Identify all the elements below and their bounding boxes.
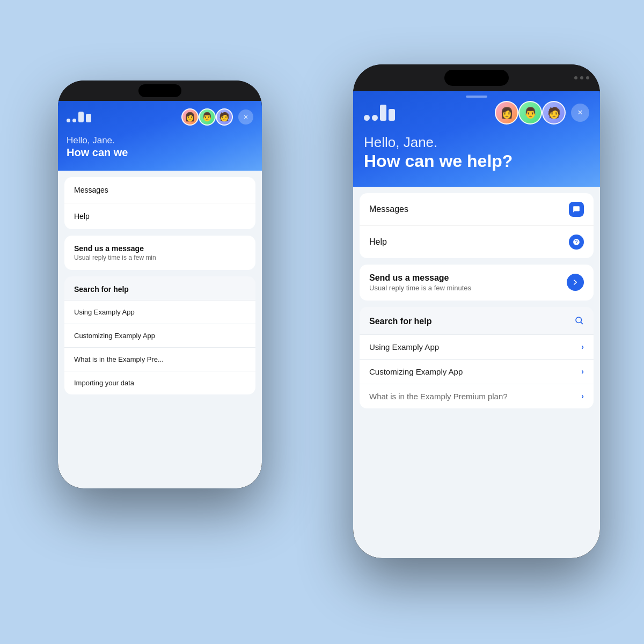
search-header-label-front: Search for help (369, 317, 431, 326)
avatar-1-back: 👩 (181, 108, 199, 126)
app-body-front: Messages Help (353, 187, 600, 558)
send-message-card-back[interactable]: Send us a message Usual reply time is a … (64, 236, 255, 270)
search-item-4-back[interactable]: Importing your data (64, 371, 255, 394)
search-icon (574, 316, 584, 328)
search-header-back: Search for help (64, 276, 255, 300)
logo-front (364, 105, 395, 121)
messages-item-front[interactable]: Messages (360, 193, 594, 226)
app-content-front: 👩 👨 🧑 × (353, 91, 600, 558)
close-button-back[interactable]: × (238, 109, 253, 125)
logo-bar-2 (86, 114, 91, 122)
logo-bar-f2 (389, 109, 395, 121)
app-body-back: Messages Help Send us a message Usual re… (58, 171, 262, 488)
header-top-back: 👩 👨 🧑 × (67, 108, 253, 126)
messages-item-back[interactable]: Messages (64, 177, 255, 203)
phone-back: 👩 👨 🧑 × H (58, 80, 262, 488)
notch-dot-1 (574, 76, 577, 79)
logo-bar-1 (78, 112, 84, 122)
phone-front-screen: 👩 👨 🧑 × (353, 64, 600, 558)
search-header-label-back: Search for help (74, 285, 129, 294)
avatar-stack-back: 👩 👨 🧑 (181, 108, 233, 126)
send-message-subtitle-back: Usual reply time is a few min (74, 254, 156, 261)
send-message-subtitle-front: Usual reply time is a few minutes (369, 284, 471, 292)
question-icon (573, 238, 580, 246)
app-header-back: 👩 👨 🧑 × H (58, 101, 262, 171)
search-item-1-front[interactable]: Using Examply App › (360, 334, 594, 359)
logo-dot-1 (67, 119, 70, 122)
avatar-3-front: 🧑 (542, 101, 566, 125)
greeting-light-front: Hello, Jane. (364, 134, 589, 151)
send-message-title-front: Send us a message (369, 273, 471, 283)
phone-back-screen: 👩 👨 🧑 × H (58, 80, 262, 488)
help-icon (569, 235, 584, 250)
arrow-right-icon (572, 279, 579, 286)
avatar-3-back: 🧑 (216, 108, 233, 126)
notch-dot-2 (580, 76, 583, 79)
greeting-bold-front: How can we help? (364, 151, 589, 171)
avatar-2-front: 👨 (518, 101, 542, 125)
logo-dot-2 (72, 119, 76, 122)
send-message-arrow (567, 274, 584, 291)
messages-icon (569, 202, 584, 217)
chevron-icon-2: › (581, 367, 584, 376)
logo-bar-f1 (380, 105, 386, 121)
search-item-3-back[interactable]: What is in the Examply Pre... (64, 347, 255, 371)
help-label-back: Help (74, 212, 90, 221)
logo-back (67, 112, 91, 122)
header-top-front: 👩 👨 🧑 × (364, 101, 589, 125)
help-item-front[interactable]: Help (360, 226, 594, 258)
nav-card-front: Messages Help (360, 193, 594, 258)
search-item-2-back[interactable]: Customizing Examply App (64, 324, 255, 347)
close-button-front[interactable]: × (571, 104, 589, 122)
nav-card-back: Messages Help (64, 177, 255, 229)
notch-dots (574, 76, 589, 79)
search-item-2-front[interactable]: Customizing Examply App › (360, 359, 594, 384)
messages-label-front: Messages (369, 204, 408, 214)
header-right-front: 👩 👨 🧑 × (495, 101, 589, 125)
send-message-title-back: Send us a message (74, 244, 156, 253)
greeting-bold-back: How can we (67, 146, 253, 159)
search-card-front: Search for help Using Examply App › (360, 307, 594, 408)
help-label-front: Help (369, 237, 387, 247)
search-item-3-front[interactable]: What is in the Examply Premium plan? › (360, 384, 594, 408)
greeting-light-back: Hello, Jane. (67, 135, 253, 146)
app-header-front: 👩 👨 🧑 × (353, 91, 600, 187)
phone-front: 👩 👨 🧑 × (353, 64, 600, 558)
app-content-back: 👩 👨 🧑 × H (58, 101, 262, 488)
chat-icon (573, 206, 580, 213)
messages-label-back: Messages (74, 186, 108, 194)
avatar-2-back: 👨 (199, 108, 216, 126)
search-header-front: Search for help (360, 307, 594, 334)
notch-bar (353, 64, 600, 91)
search-item-1-back[interactable]: Using Examply App (64, 300, 255, 324)
avatar-1-front: 👩 (495, 101, 518, 125)
drag-handle (466, 96, 487, 98)
help-item-back[interactable]: Help (64, 203, 255, 229)
header-right-back: 👩 👨 🧑 × (181, 108, 253, 126)
logo-dot-f2 (372, 115, 378, 121)
logo-dot-f1 (364, 115, 370, 121)
send-message-card-front[interactable]: Send us a message Usual reply time is a … (360, 265, 594, 301)
notch-dot-3 (586, 76, 589, 79)
search-card-back: Search for help Using Examply App Custom… (64, 276, 255, 394)
chevron-icon-3: › (581, 392, 584, 400)
avatar-stack-front: 👩 👨 🧑 (495, 101, 566, 125)
chevron-icon-1: › (581, 342, 584, 351)
notch-pill (444, 70, 509, 86)
